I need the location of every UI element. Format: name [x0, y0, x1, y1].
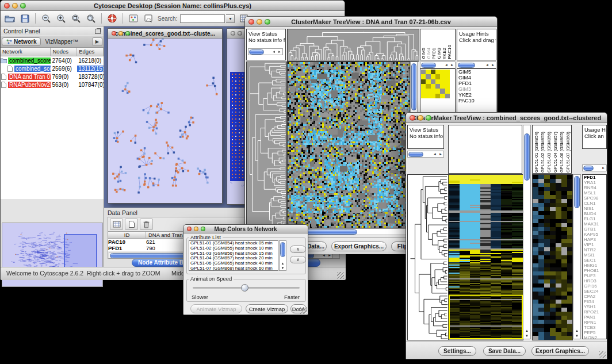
matrix-cell[interactable] — [421, 84, 426, 89]
scrollbar-thumb[interactable] — [411, 63, 416, 110]
table-row[interactable]: DNA and Tran 07 769(0) 183728(0) — [1, 72, 104, 81]
matrix-cell[interactable] — [445, 74, 450, 79]
matrix-cell[interactable] — [445, 79, 450, 84]
matrix-cell[interactable] — [440, 84, 445, 89]
scroll-left-icon[interactable]: ◄ — [432, 152, 438, 156]
scroll-left-icon[interactable]: ◄ — [271, 49, 277, 55]
move-up-button[interactable]: ∧ — [290, 246, 306, 253]
table-row[interactable]: combined_scores 2764(0) 16218(0) — [1, 56, 104, 64]
zoom-window-icon[interactable] — [201, 227, 205, 231]
zoom-selected-button[interactable] — [69, 12, 83, 25]
global-heatmap-canvas[interactable] — [448, 174, 523, 340]
matrix-cell[interactable] — [426, 70, 430, 74]
scrollbar-thumb[interactable] — [421, 63, 436, 68]
more-tabs-button[interactable]: ▶ — [92, 37, 102, 46]
resize-grip[interactable] — [599, 351, 606, 358]
close-icon[interactable] — [4, 3, 10, 9]
minimize-icon[interactable] — [118, 31, 123, 36]
minimize-icon[interactable] — [257, 19, 262, 25]
gene-dendrogram-canvas[interactable] — [407, 174, 449, 340]
matrix-cell[interactable] — [426, 94, 430, 98]
resize-grip[interactable] — [300, 307, 307, 314]
save-session-button[interactable] — [18, 12, 32, 25]
delete-attribute-button[interactable] — [140, 219, 153, 230]
minimize-icon[interactable] — [238, 31, 242, 36]
settings-button[interactable]: Settings... — [438, 346, 476, 356]
close-icon[interactable] — [231, 31, 235, 36]
matrix-cell[interactable] — [440, 70, 445, 74]
matrix-cell[interactable] — [431, 94, 435, 98]
treeview1-titlebar[interactable]: ClusterMaker TreeView : DNA and Tran 07-… — [245, 17, 497, 27]
matrix-cell[interactable] — [435, 74, 440, 79]
table-row[interactable]: RNAPuberNov2+| 563(0) 107847(0) — [1, 81, 104, 89]
network-view-titlebar[interactable]: combined_scores_good.txt--cluste... — [108, 29, 222, 39]
scroll-right-icon[interactable]: ► — [449, 63, 455, 67]
matrix-cell[interactable] — [426, 79, 430, 84]
matrix-cell[interactable] — [440, 79, 445, 84]
scroll-right-icon[interactable]: ► — [490, 63, 496, 67]
move-down-button[interactable]: ∨ — [290, 256, 306, 263]
matrix-cell[interactable] — [435, 70, 440, 74]
scroll-left-icon[interactable]: ◄ — [443, 63, 449, 67]
zoom-vscrollbar[interactable]: ▲ ▼ — [573, 174, 581, 339]
speed-slider-thumb[interactable] — [241, 284, 248, 292]
scroll-right-icon[interactable]: ► — [438, 152, 443, 156]
open-session-button[interactable] — [3, 12, 17, 25]
matrix-cell[interactable] — [445, 70, 450, 74]
close-icon[interactable] — [187, 227, 192, 231]
matrix-cell[interactable] — [431, 79, 435, 84]
scrollbar-thumb[interactable] — [574, 176, 580, 208]
matrix-cell[interactable] — [421, 70, 426, 74]
export-graphics-button[interactable]: Export Graphics... — [331, 242, 387, 251]
close-icon[interactable] — [112, 31, 116, 36]
search-input[interactable] — [180, 14, 225, 23]
matrix-cell[interactable] — [431, 74, 435, 79]
scrollbar-thumb[interactable] — [458, 63, 475, 68]
annotation-button[interactable] — [127, 12, 140, 25]
scrollbar-thumb[interactable] — [524, 133, 530, 181]
scroll-down-icon[interactable]: ▼ — [573, 334, 580, 338]
select-attributes-button[interactable] — [110, 219, 123, 230]
create-vizmap-button[interactable]: Create Vizmap — [246, 304, 288, 313]
matrix-cell[interactable] — [431, 70, 435, 74]
matrix-cell[interactable] — [435, 94, 440, 98]
matrix-cell[interactable] — [421, 79, 426, 84]
matrix-cell[interactable] — [445, 89, 450, 93]
help-button[interactable] — [105, 12, 119, 25]
scroll-right-icon[interactable]: ► — [600, 166, 606, 170]
matrix-cell[interactable] — [426, 84, 430, 89]
dialog-titlebar[interactable]: Map Colors to Network — [183, 225, 308, 233]
matrix-cell[interactable] — [440, 74, 445, 79]
global-vscrollbar[interactable]: ▲ ▼ — [523, 125, 531, 339]
scrollbar-thumb[interactable] — [280, 242, 285, 257]
matrix-cell[interactable] — [426, 74, 430, 79]
resize-grip[interactable] — [337, 272, 344, 279]
network-view-canvas[interactable] — [108, 39, 222, 203]
zoom-window-icon[interactable] — [426, 115, 431, 121]
matrix-cell[interactable] — [440, 94, 445, 98]
scroll-left-icon[interactable]: ◄ — [484, 63, 490, 67]
column-dendrogram-canvas[interactable] — [287, 29, 419, 62]
view-status-scrollbar[interactable]: ◄ ► — [248, 48, 283, 55]
similarity-matrix[interactable] — [421, 70, 450, 98]
minimize-icon[interactable] — [12, 3, 18, 9]
matrix-hscrollbar[interactable]: ◄ ► — [420, 62, 456, 68]
scroll-up-icon[interactable]: ▲ — [280, 262, 286, 265]
matrix-cell[interactable] — [435, 89, 440, 93]
zoom-out-button[interactable] — [39, 12, 53, 25]
save-data-button[interactable]: Save Data... — [483, 346, 526, 356]
matrix-cell[interactable] — [421, 74, 426, 79]
matrix-cell[interactable] — [445, 84, 450, 89]
gene-dendrogram-canvas[interactable] — [246, 62, 287, 228]
matrix-cell[interactable] — [435, 79, 440, 84]
gene-label-scrollbar[interactable]: ◄ ► — [457, 62, 496, 68]
scroll-right-icon[interactable]: ► — [277, 49, 282, 55]
matrix-cell[interactable] — [440, 89, 445, 93]
export-graphics-button[interactable]: Export Graphics... — [531, 346, 589, 356]
attribute-list-item[interactable]: GPL51-07 (GSM868) heat shock 60 min — [189, 266, 278, 271]
heatmap-canvas[interactable] — [287, 62, 410, 228]
search-combo-arrow-icon[interactable]: ▼ — [226, 14, 235, 23]
table-row[interactable]: combined_sco 2569(6) 13112(15) — [1, 64, 104, 72]
matrix-cell[interactable] — [431, 84, 435, 89]
new-attribute-button[interactable] — [125, 219, 138, 230]
